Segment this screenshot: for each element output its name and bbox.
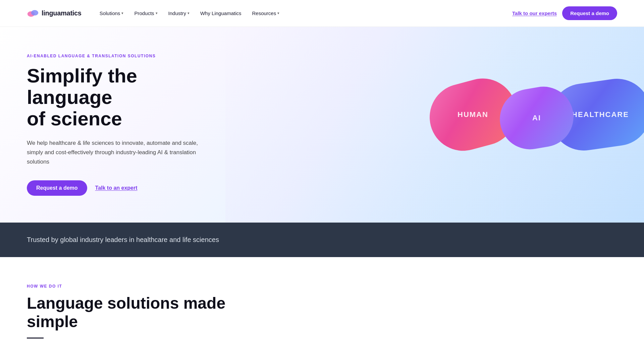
nav-right: Talk to our experts Request a demo: [512, 6, 617, 20]
hero-actions: Request a demo Talk to an expert: [27, 180, 208, 196]
navigation: linguamatics Solutions ▾ Products ▾ Indu…: [0, 0, 644, 27]
chevron-down-icon: ▾: [156, 11, 158, 15]
how-eyebrow: HOW WE DO IT: [27, 284, 617, 289]
hero-talk-expert-link[interactable]: Talk to an expert: [95, 185, 138, 191]
svg-point-1: [31, 10, 39, 15]
logo[interactable]: linguamatics: [27, 7, 82, 19]
nav-item-industry[interactable]: Industry ▾: [164, 8, 194, 19]
request-demo-button[interactable]: Request a demo: [562, 6, 617, 20]
blob-group: HUMAN AI HEALTHCARE: [423, 54, 644, 195]
hero-eyebrow: AI-ENABLED LANGUAGE & TRANSLATION SOLUTI…: [27, 54, 208, 58]
nav-item-solutions[interactable]: Solutions ▾: [95, 8, 128, 19]
trusted-band: Trusted by global industry leaders in he…: [0, 223, 644, 257]
hero-description: We help healthcare & life sciences to in…: [27, 138, 201, 167]
chevron-down-icon: ▾: [277, 11, 279, 15]
talk-to-experts-link[interactable]: Talk to our experts: [512, 10, 557, 16]
hero-request-demo-button[interactable]: Request a demo: [27, 180, 87, 196]
how-divider: [27, 338, 44, 339]
nav-links: Solutions ▾ Products ▾ Industry ▾ Why Li…: [95, 8, 512, 19]
nav-item-resources[interactable]: Resources ▾: [248, 8, 284, 19]
chevron-down-icon: ▾: [187, 11, 190, 15]
how-section: HOW WE DO IT Language solutions made sim…: [0, 257, 644, 359]
how-title: Language solutions made simple: [27, 294, 617, 331]
nav-item-why[interactable]: Why Linguamatics: [196, 8, 246, 19]
hero-title: Simplify the language of science: [27, 65, 208, 129]
trusted-text: Trusted by global industry leaders in he…: [27, 236, 219, 244]
chevron-down-icon: ▾: [121, 11, 123, 15]
hero-section: AI-ENABLED LANGUAGE & TRANSLATION SOLUTI…: [0, 27, 644, 223]
hero-visual: HUMAN AI HEALTHCARE: [423, 54, 644, 195]
nav-item-products[interactable]: Products ▾: [129, 8, 162, 19]
logo-text: linguamatics: [42, 9, 82, 17]
hero-content: AI-ENABLED LANGUAGE & TRANSLATION SOLUTI…: [0, 27, 235, 223]
